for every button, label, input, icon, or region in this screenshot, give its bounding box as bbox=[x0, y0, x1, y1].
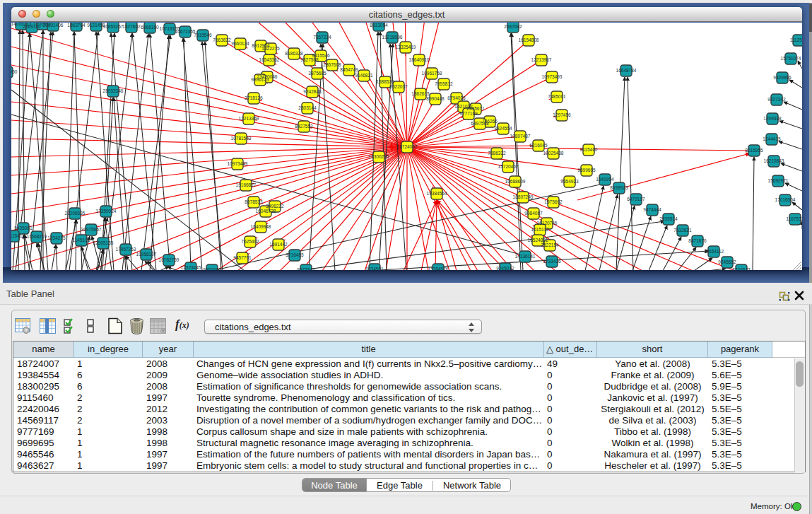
svg-text:1733426: 1733426 bbox=[543, 259, 561, 264]
svg-text:9699695: 9699695 bbox=[577, 168, 596, 173]
svg-text:9273345: 9273345 bbox=[297, 267, 315, 270]
svg-text:9242848: 9242848 bbox=[303, 89, 322, 94]
svg-text:7515546: 7515546 bbox=[194, 33, 212, 37]
svg-text:8678533: 8678533 bbox=[245, 199, 263, 204]
svg-text:9952460: 9952460 bbox=[203, 267, 221, 270]
svg-text:9354923: 9354923 bbox=[560, 179, 579, 184]
svg-text:1640954: 1640954 bbox=[596, 177, 614, 182]
svg-text:20206535: 20206535 bbox=[65, 211, 86, 216]
svg-text:18300295: 18300295 bbox=[369, 154, 389, 159]
svg-text:1863764: 1863764 bbox=[67, 23, 86, 28]
svg-text:1588520: 1588520 bbox=[376, 79, 394, 84]
svg-text:1975692: 1975692 bbox=[544, 199, 563, 204]
svg-text:15384576: 15384576 bbox=[428, 267, 449, 270]
svg-text:7625402: 7625402 bbox=[241, 239, 259, 244]
svg-text:18807249: 18807249 bbox=[513, 194, 534, 199]
svg-text:1615112: 1615112 bbox=[531, 227, 549, 232]
svg-text:9327508: 9327508 bbox=[300, 57, 319, 62]
svg-text:15720407: 15720407 bbox=[498, 164, 519, 169]
svg-text:12323445: 12323445 bbox=[181, 265, 201, 270]
svg-text:10781543: 10781543 bbox=[231, 136, 252, 141]
svg-text:1145193: 1145193 bbox=[73, 238, 90, 243]
svg-text:16782759: 16782759 bbox=[159, 257, 180, 262]
svg-text:9227342: 9227342 bbox=[767, 97, 786, 102]
svg-text:16648784: 16648784 bbox=[616, 68, 637, 73]
svg-text:18724007: 18724007 bbox=[397, 144, 418, 149]
svg-text:9245652: 9245652 bbox=[718, 259, 736, 264]
svg-text:7485001: 7485001 bbox=[548, 94, 566, 99]
svg-text:9115460: 9115460 bbox=[580, 147, 598, 152]
svg-text:12213369: 12213369 bbox=[239, 116, 259, 121]
svg-text:8322037: 8322037 bbox=[389, 84, 408, 89]
svg-text:10807487: 10807487 bbox=[510, 134, 531, 139]
svg-text:1167533: 1167533 bbox=[787, 216, 802, 221]
svg-text:15692971: 15692971 bbox=[768, 178, 789, 183]
svg-text:19384554: 19384554 bbox=[427, 191, 447, 196]
svg-text:2803144: 2803144 bbox=[298, 105, 317, 110]
svg-text:7886322: 7886322 bbox=[488, 151, 506, 156]
svg-text:2435671: 2435671 bbox=[466, 106, 485, 111]
svg-text:10853267: 10853267 bbox=[103, 24, 124, 29]
svg-text:3716485: 3716485 bbox=[286, 252, 304, 257]
svg-text:10654112: 10654112 bbox=[704, 249, 724, 254]
svg-text:3911541: 3911541 bbox=[11, 233, 23, 238]
svg-text:8427552: 8427552 bbox=[295, 124, 313, 129]
svg-text:10973443: 10973443 bbox=[228, 161, 248, 166]
svg-text:10961758: 10961758 bbox=[422, 71, 442, 76]
svg-text:17957253: 17957253 bbox=[116, 247, 136, 252]
svg-text:13325419: 13325419 bbox=[396, 45, 416, 49]
svg-text:1527602: 1527602 bbox=[122, 24, 141, 29]
svg-text:8740523: 8740523 bbox=[732, 267, 751, 270]
svg-text:6479197: 6479197 bbox=[627, 197, 645, 201]
svg-text:18640910: 18640910 bbox=[409, 57, 430, 62]
svg-text:10958107: 10958107 bbox=[136, 252, 157, 257]
svg-text:16046738: 16046738 bbox=[256, 209, 276, 214]
svg-text:25266950: 25266950 bbox=[11, 69, 18, 74]
svg-text:16154808: 16154808 bbox=[519, 37, 539, 42]
svg-text:16543362: 16543362 bbox=[259, 57, 280, 62]
svg-text:8186328: 8186328 bbox=[285, 51, 303, 56]
svg-text:16210643: 16210643 bbox=[764, 158, 784, 163]
svg-text:9777169: 9777169 bbox=[459, 111, 478, 116]
svg-text:7632621: 7632621 bbox=[673, 228, 692, 233]
svg-text:1112543: 1112543 bbox=[790, 37, 802, 42]
svg-text:7955812: 7955812 bbox=[435, 81, 453, 86]
svg-text:10973493: 10973493 bbox=[542, 74, 563, 79]
svg-text:6966160: 6966160 bbox=[141, 25, 159, 30]
svg-text:9457791: 9457791 bbox=[233, 255, 252, 260]
svg-text:8990448: 8990448 bbox=[426, 96, 445, 101]
svg-text:9474444: 9474444 bbox=[643, 207, 661, 212]
svg-text:17016504: 17016504 bbox=[775, 197, 796, 202]
svg-text:9146821: 9146821 bbox=[355, 73, 373, 78]
svg-text:10671355: 10671355 bbox=[175, 29, 196, 34]
svg-text:8034501: 8034501 bbox=[365, 267, 384, 270]
svg-text:28053346: 28053346 bbox=[103, 88, 124, 93]
svg-text:2522154: 2522154 bbox=[541, 243, 559, 247]
svg-text:14136141: 14136141 bbox=[515, 254, 536, 259]
svg-text:8813054: 8813054 bbox=[370, 23, 388, 28]
svg-text:9896123: 9896123 bbox=[251, 77, 269, 82]
svg-text:17359924: 17359924 bbox=[96, 209, 117, 214]
svg-text:1244415: 1244415 bbox=[763, 136, 781, 141]
svg-text:9084067: 9084067 bbox=[524, 211, 543, 216]
svg-text:12213967: 12213967 bbox=[531, 57, 552, 62]
svg-text:1362615: 1362615 bbox=[411, 91, 430, 96]
svg-text:8454749: 8454749 bbox=[340, 67, 358, 72]
svg-text:2718126: 2718126 bbox=[245, 95, 263, 100]
svg-text:1234275: 1234275 bbox=[47, 235, 66, 240]
svg-text:8215955: 8215955 bbox=[745, 148, 763, 153]
svg-text:9435061: 9435061 bbox=[14, 226, 33, 230]
svg-text:12505135: 12505135 bbox=[93, 240, 114, 245]
svg-text:6794028: 6794028 bbox=[447, 95, 466, 100]
svg-text:2687682: 2687682 bbox=[504, 24, 522, 29]
svg-text:16524861: 16524861 bbox=[528, 238, 548, 243]
svg-text:16409948: 16409948 bbox=[251, 224, 271, 229]
svg-text:8471676: 8471676 bbox=[688, 238, 707, 243]
svg-text:2867608: 2867608 bbox=[323, 62, 341, 67]
svg-text:7663822: 7663822 bbox=[213, 37, 231, 42]
svg-text:19218596: 19218596 bbox=[382, 35, 403, 40]
svg-text:2935514: 2935514 bbox=[659, 216, 678, 221]
svg-text:16120746: 16120746 bbox=[537, 221, 558, 226]
svg-text:9415546: 9415546 bbox=[312, 53, 330, 58]
svg-text:20691406: 20691406 bbox=[43, 23, 64, 28]
